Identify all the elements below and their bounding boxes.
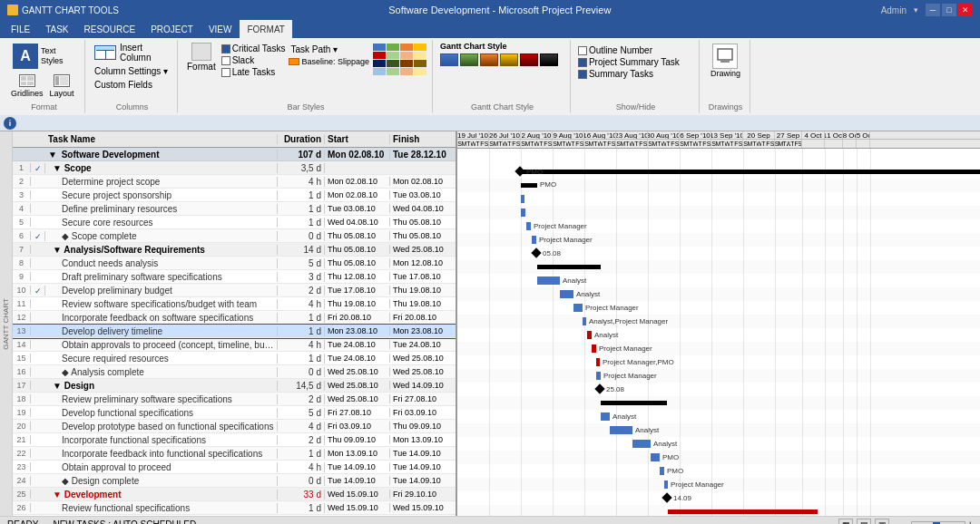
table-row[interactable]: 14 Obtain approvals to proceed (concept,… (13, 338, 456, 352)
table-row[interactable]: 6 ✓ ◆ Scope complete 0 d Thu 05.08.10 Th… (13, 229, 456, 243)
tab-task[interactable]: TASK (38, 20, 75, 38)
style-swatch-5[interactable] (520, 53, 538, 66)
task-bar (592, 344, 596, 353)
week-label: 19 Jul '10 (457, 131, 489, 139)
summary-row: ▼ Software Development 107 d Mon 02.08.1… (13, 148, 456, 161)
week-label: 25 Oct (857, 131, 870, 139)
task-bar (651, 453, 660, 461)
table-row[interactable]: 4 Define preliminary resources 1 d Tue 0… (13, 202, 456, 216)
format-label: Format (187, 62, 216, 72)
table-row[interactable]: 1 ✓ ▼ Scope 3,5 d (13, 161, 456, 175)
bar-styles-group-label: Bar Styles (180, 102, 432, 112)
table-row[interactable]: 9 Draft preliminary software specificati… (13, 270, 456, 284)
bar-label: Analyst (576, 290, 600, 298)
custom-fields-button[interactable]: Custom Fields (93, 79, 154, 91)
table-row[interactable]: 15 Secure required resources 1 d Tue 24.… (13, 352, 456, 365)
project-summary-check-icon (578, 58, 587, 67)
zoom-slider[interactable] (911, 521, 965, 525)
chart-row-stripe (457, 451, 980, 464)
table-row[interactable]: 7 ▼ Analysis/Software Requirements 14 d … (13, 243, 456, 257)
bar-label: PMO (667, 467, 683, 475)
view-gantt-button[interactable]: ▦ (838, 519, 853, 525)
table-row[interactable]: 11 Review software specifications/budget… (13, 297, 456, 311)
week-label: 16 Aug '10 (584, 131, 616, 139)
view-network-button[interactable]: ▣ (875, 519, 889, 525)
style-swatch-6[interactable] (540, 53, 558, 66)
side-label: GANTT CHART (0, 131, 13, 516)
close-button[interactable]: ✕ (958, 4, 973, 16)
tab-file[interactable]: FILE (4, 20, 37, 38)
zoom-minus[interactable]: − (904, 519, 909, 524)
slack-checkbox[interactable]: Slack (221, 55, 286, 65)
table-row[interactable]: 13 Develop delivery timeline 1 d Mon 23.… (13, 325, 456, 338)
view-calendar-button[interactable]: ▤ (857, 519, 871, 525)
task-bar (596, 358, 600, 366)
table-row[interactable]: 21 Incorporate functional specifications… (13, 433, 456, 447)
table-row[interactable]: 23 Obtain approval to proceed 4 h Tue 14… (13, 461, 456, 474)
view-buttons[interactable]: ▦ ▤ ▣ (838, 519, 889, 525)
drawing-button[interactable]: Drawing (707, 42, 744, 80)
table-row[interactable]: 19 Develop functional specifications 5 d… (13, 406, 456, 420)
style-swatch-3[interactable] (480, 53, 498, 66)
timeline-top: 19 Jul '1026 Jul '102 Aug '109 Aug '1016… (457, 131, 980, 140)
table-row[interactable]: 3 Secure project sponsorship 1 d Mon 02.… (13, 189, 456, 202)
tab-view[interactable]: VIEW (201, 20, 240, 38)
chart-row-stripe (457, 192, 980, 206)
style-swatch-1[interactable] (440, 53, 458, 66)
week-label: 20 Sep (743, 131, 775, 139)
bar-row: PMO (457, 165, 980, 179)
layout-icon (54, 74, 70, 87)
project-summary-task-checkbox[interactable]: Project Summary Task (578, 57, 680, 67)
insert-column-button[interactable]: InsertColumn (93, 42, 152, 63)
chart-row-stripe (457, 315, 980, 328)
grid-line (553, 149, 554, 516)
bar-row: PMO (457, 179, 980, 192)
table-row[interactable]: 25 ▼ Development 33 d Wed 15.09.10 Fri 2… (13, 488, 456, 501)
chart-row-stripe (457, 328, 980, 342)
bar-row: Project Manager,PMO (457, 355, 980, 369)
table-row[interactable]: 22 Incorporate feedback into functional … (13, 447, 456, 461)
table-row[interactable]: 20 Develop prototype based on functional… (13, 420, 456, 433)
tab-project[interactable]: PROJECT (143, 20, 201, 38)
table-row[interactable]: 8 Conduct needs analysis 5 d Thu 05.08.1… (13, 257, 456, 270)
table-row[interactable]: 5 Secure core resources 1 d Wed 04.08.10… (13, 216, 456, 229)
outline-number-checkbox[interactable]: Outline Number (578, 45, 652, 55)
column-settings-button[interactable]: Column Settings ▾ (93, 65, 170, 77)
table-row[interactable]: 2 Determine project scope 4 h Mon 02.08.… (13, 175, 456, 189)
table-row[interactable]: 16 ◆ Analysis complete 0 d Wed 25.08.10 … (13, 365, 456, 379)
zoom-control[interactable]: − + (904, 519, 973, 524)
table-row[interactable]: 17 ▼ Design 14,5 d Wed 25.08.10 Wed 14.0… (13, 379, 456, 393)
zoom-plus[interactable]: + (967, 519, 973, 524)
bar-label: PMO (526, 168, 543, 176)
bar-label: PMO (540, 180, 556, 189)
format-button[interactable]: Format (185, 42, 218, 73)
grid-line (680, 149, 681, 516)
gantt-tools-label: GANTT CHART TOOLS (22, 5, 119, 15)
layout-button[interactable]: Layout (48, 73, 76, 99)
summary-tasks-checkbox[interactable]: Summary Tasks (578, 69, 653, 79)
table-row[interactable]: 12 Incorporate feedback on software spec… (13, 311, 456, 325)
table-row[interactable]: 10 ✓ Develop preliminary budget 2 d Tue … (13, 284, 456, 297)
table-row[interactable]: 18 Review preliminary software specifica… (13, 393, 456, 406)
maximize-button[interactable]: □ (942, 4, 956, 16)
summary-finish: Tue 28.12.10 (390, 150, 456, 160)
style-swatch-4[interactable] (500, 53, 518, 66)
week-label: 26 Jul '10 (489, 131, 521, 139)
table-row[interactable]: 27 Identify modular/tiered design parame… (13, 515, 456, 516)
style-swatch-2[interactable] (460, 53, 478, 66)
gridlines-button[interactable]: Gridlines (9, 73, 45, 99)
gantt-style-swatches[interactable] (440, 53, 558, 66)
task-name: ▼ Design (45, 381, 278, 391)
minimize-button[interactable]: ─ (926, 4, 940, 16)
critical-tasks-checkbox[interactable]: Critical Tasks (221, 44, 286, 53)
table-row[interactable]: 24 ◆ Design complete 0 d Tue 14.09.10 Tu… (13, 474, 456, 488)
tab-resource[interactable]: RESOURCE (77, 20, 143, 38)
task-path-button[interactable]: Task Path ▾ (289, 44, 369, 55)
tab-format[interactable]: FORMAT (240, 20, 291, 38)
summary-start: Mon 02.08.10 (325, 150, 390, 160)
late-tasks-checkbox[interactable]: Late Tasks (221, 67, 286, 77)
grid-line (857, 149, 858, 516)
text-styles-button[interactable]: A TextStyles (9, 42, 67, 71)
table-row[interactable]: 26 Review functional specifications 1 d … (13, 501, 456, 515)
ribbon-tabs: FILE TASK RESOURCE PROJECT VIEW FORMAT (0, 20, 980, 38)
